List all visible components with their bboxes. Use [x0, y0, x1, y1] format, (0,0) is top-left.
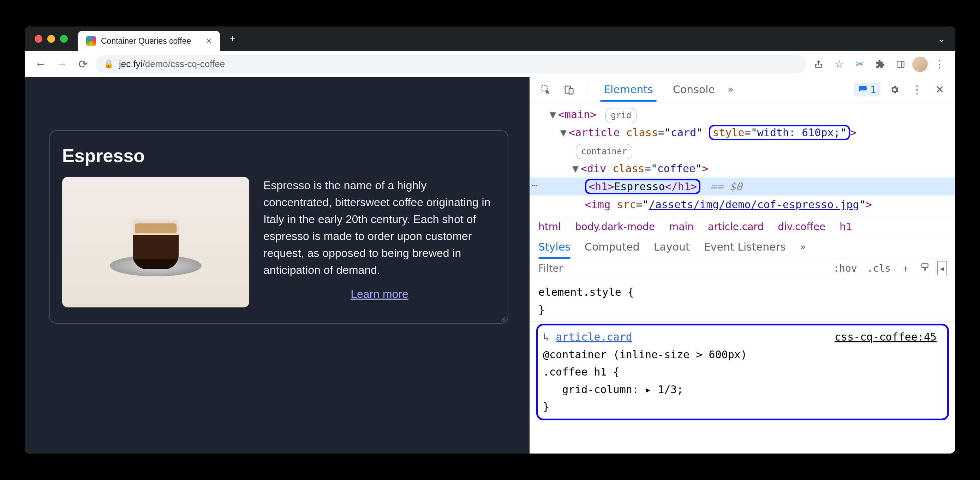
minimize-window-button[interactable] [47, 35, 55, 43]
learn-more-link[interactable]: Learn more [263, 288, 496, 301]
tab-styles[interactable]: Styles [538, 241, 571, 253]
dom-line-h1-selected[interactable]: ⋯ <h1>Espresso</h1> == $0 [530, 178, 955, 195]
dom-line-container-badge[interactable]: container [530, 141, 955, 159]
coffee-image [62, 177, 249, 307]
card-heading: Espresso [62, 145, 496, 166]
tab-elements[interactable]: Elements [597, 77, 660, 102]
svg-rect-4 [569, 88, 573, 94]
crumb-main[interactable]: main [669, 221, 694, 233]
highlighted-h1: <h1>Espresso</h1> [585, 179, 700, 194]
breadcrumb-trail[interactable]: html body.dark-mode main article.card di… [530, 217, 955, 236]
device-toolbar-button[interactable] [560, 81, 578, 99]
tab-computed[interactable]: Computed [585, 241, 640, 253]
tab-console[interactable]: Console [666, 77, 722, 102]
url-bar[interactable]: 🔒 jec.fyi/demo/css-cq-coffee [95, 55, 806, 73]
computed-sidebar-button[interactable]: ◂ [937, 262, 947, 275]
bookmark-button[interactable]: ☆ [830, 56, 848, 73]
devtools-panel: Elements Console » 1 ⋮ ✕ ▼<main> grid [530, 77, 955, 453]
new-tab-button[interactable]: + [224, 30, 241, 47]
titlebar: Container Queries coffee ✕ + ⌄ [25, 27, 955, 51]
devtools-header: Elements Console » 1 ⋮ ✕ [530, 77, 955, 102]
resize-handle-icon[interactable] [498, 314, 506, 321]
dom-line-div[interactable]: ▼<div class="coffee"> [530, 159, 955, 178]
container-badge[interactable]: container [576, 144, 632, 159]
container-element-link[interactable]: article.card [556, 331, 632, 343]
card-body: Espresso is the name of a highly concent… [62, 177, 496, 307]
styles-more-button[interactable]: » [800, 241, 806, 253]
favicon-icon [86, 36, 96, 46]
close-tab-icon[interactable]: ✕ [206, 37, 212, 45]
tab-title: Container Queries coffee [101, 37, 191, 46]
lock-icon: 🔒 [104, 60, 113, 69]
element-style-rule[interactable]: element.style { } [530, 282, 955, 320]
dom-line-article[interactable]: ▼<article class="card" style="width: 610… [530, 124, 955, 141]
svg-rect-5 [922, 264, 928, 267]
tabs-more-button[interactable]: » [728, 84, 733, 95]
url-text: jec.fyi/demo/css-cq-coffee [119, 59, 225, 70]
issues-count: 1 [870, 84, 876, 95]
styles-toolbar: :hov .cls ＋ ◂ [530, 258, 955, 279]
source-link[interactable]: css-cq-coffee:45 [835, 328, 937, 346]
new-style-rule-button[interactable]: ＋ [899, 262, 913, 275]
close-devtools-button[interactable]: ✕ [931, 81, 948, 98]
share-button[interactable] [810, 56, 827, 73]
back-button[interactable]: ← [32, 56, 49, 73]
dom-line-main[interactable]: ▼<main> grid [530, 105, 955, 124]
styles-tabs: Styles Computed Layout Event Listeners » [530, 236, 955, 258]
cls-toggle[interactable]: .cls [865, 262, 893, 274]
crumb-article[interactable]: article.card [708, 221, 764, 233]
devtools-menu-button[interactable]: ⋮ [909, 81, 926, 98]
maximize-window-button[interactable] [60, 35, 68, 43]
reload-button[interactable]: ⟳ [74, 56, 92, 73]
close-window-button[interactable] [35, 35, 42, 43]
coffee-card: Espresso Espresso is the name of a highl… [49, 130, 508, 324]
dom-line-img[interactable]: <img src="/assets/img/demo/cof-espresso.… [530, 195, 955, 213]
extensions-button[interactable] [871, 56, 889, 73]
issues-badge[interactable]: 1 [854, 83, 880, 96]
crumb-div[interactable]: div.coffee [778, 221, 826, 233]
crumb-h1[interactable]: h1 [840, 221, 852, 233]
content-area: Espresso Espresso is the name of a highl… [25, 77, 955, 453]
forward-button[interactable]: → [53, 56, 71, 73]
svg-rect-0 [897, 61, 904, 67]
toolbar-right: ☆ ✂ ⋮ [810, 56, 948, 73]
elements-tree[interactable]: ▼<main> grid ▼<article class="card" styl… [530, 102, 955, 217]
crumb-body[interactable]: body.dark-mode [575, 221, 655, 233]
highlighted-container-rule: css-cq-coffee:45 ↳ article.card @contain… [536, 324, 949, 420]
grid-badge[interactable]: grid [605, 108, 636, 123]
browser-tab[interactable]: Container Queries coffee ✕ [78, 31, 220, 51]
tab-event-listeners[interactable]: Event Listeners [704, 241, 786, 253]
styles-body[interactable]: element.style { } css-cq-coffee:45 ↳ art… [530, 279, 955, 425]
browser-menu-button[interactable]: ⋮ [931, 56, 948, 73]
settings-button[interactable] [886, 81, 903, 98]
browser-window: Container Queries coffee ✕ + ⌄ ← → ⟳ 🔒 j… [25, 27, 955, 453]
styles-filter-input[interactable] [538, 262, 826, 274]
tab-layout[interactable]: Layout [654, 241, 690, 253]
card-description: Espresso is the name of a highly concent… [263, 177, 496, 278]
crumb-html[interactable]: html [538, 221, 561, 233]
highlighted-style-attr: style="width: 610px;" [709, 125, 850, 140]
side-panel-button[interactable] [892, 56, 909, 73]
page-viewport: Espresso Espresso is the name of a highl… [25, 77, 530, 453]
card-text: Espresso is the name of a highly concent… [263, 177, 496, 301]
browser-toolbar: ← → ⟳ 🔒 jec.fyi/demo/css-cq-coffee ☆ ✂ ⋮ [25, 51, 955, 77]
brush-button[interactable] [918, 262, 932, 274]
hov-toggle[interactable]: :hov [831, 262, 859, 274]
selected-overflow-icon[interactable]: ⋯ [532, 178, 538, 193]
profile-avatar[interactable] [912, 56, 928, 72]
traffic-lights [25, 35, 68, 43]
clip-button[interactable]: ✂ [851, 56, 869, 73]
inspect-element-button[interactable] [537, 81, 555, 99]
tab-search-button[interactable]: ⌄ [938, 33, 945, 45]
